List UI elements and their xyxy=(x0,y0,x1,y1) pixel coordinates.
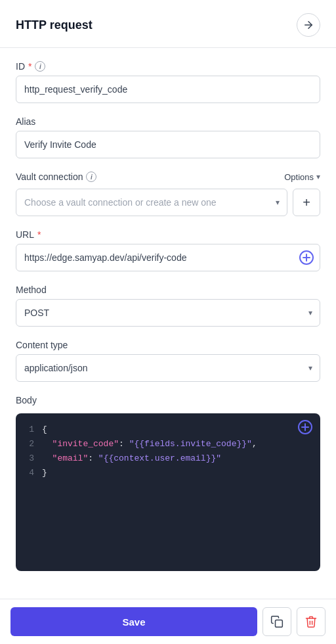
method-select-wrapper: GET POST PUT PATCH DELETE ▾ xyxy=(16,299,320,327)
footer: Save xyxy=(0,599,336,644)
duplicate-icon xyxy=(270,615,284,628)
vault-add-button[interactable]: + xyxy=(293,189,320,216)
method-label: Method xyxy=(16,285,320,295)
code-line-3: 3 "email": "{{context.user.email}}" xyxy=(26,451,310,466)
code-line-4: 4 } xyxy=(26,466,310,480)
url-plus-icon[interactable] xyxy=(299,250,314,265)
url-input[interactable] xyxy=(16,244,320,271)
alias-input[interactable] xyxy=(16,131,320,158)
duplicate-button[interactable] xyxy=(262,607,291,636)
alias-label: Alias xyxy=(16,116,320,127)
form-content: ID * i Alias Vault connection i Options … xyxy=(0,48,336,584)
vault-info-icon[interactable]: i xyxy=(86,172,96,182)
vault-label-group: Vault connection i xyxy=(16,172,96,182)
chevron-down-icon: ▾ xyxy=(316,172,320,181)
content-type-label: Content type xyxy=(16,340,320,350)
id-field-group: ID * i xyxy=(16,61,320,103)
vault-select[interactable]: Choose a vault connection or create a ne… xyxy=(16,189,287,216)
code-line-1: 1 { xyxy=(26,423,310,437)
vault-input-row: Choose a vault connection or create a ne… xyxy=(16,189,320,216)
id-required-marker: * xyxy=(28,61,32,72)
save-button[interactable]: Save xyxy=(10,607,257,636)
arrow-right-icon xyxy=(303,19,314,31)
id-label: ID * i xyxy=(16,61,320,72)
vault-row: Vault connection i Options ▾ xyxy=(16,172,320,182)
url-label: URL * xyxy=(16,229,320,240)
body-code-editor[interactable]: 1 { 2 "invite_code": "{{fields.invite_co… xyxy=(16,413,320,571)
vault-connection-field-group: Vault connection i Options ▾ Choose a va… xyxy=(16,172,320,216)
method-select[interactable]: GET POST PUT PATCH DELETE xyxy=(16,299,320,327)
body-plus-icon[interactable] xyxy=(298,420,312,434)
url-input-wrapper xyxy=(16,244,320,271)
header: HTTP request xyxy=(0,0,336,48)
alias-field-group: Alias xyxy=(16,116,320,158)
vault-select-wrapper: Choose a vault connection or create a ne… xyxy=(16,189,287,216)
vault-label: Vault connection xyxy=(16,172,83,182)
options-button[interactable]: Options ▾ xyxy=(284,172,320,182)
id-input[interactable] xyxy=(16,76,320,103)
svg-rect-5 xyxy=(276,620,283,628)
content-type-wrapper: application/json application/x-www-form-… xyxy=(16,354,320,382)
id-info-icon[interactable]: i xyxy=(35,61,45,72)
close-button[interactable] xyxy=(297,13,320,37)
method-field-group: Method GET POST PUT PATCH DELETE ▾ xyxy=(16,285,320,327)
url-required-marker: * xyxy=(37,229,41,240)
url-field-group: URL * xyxy=(16,229,320,271)
content-type-select[interactable]: application/json application/x-www-form-… xyxy=(16,354,320,382)
content-type-field-group: Content type application/json applicatio… xyxy=(16,340,320,382)
body-field-group: Body 1 { 2 "invite_code": "{{fields.invi… xyxy=(16,395,320,571)
delete-button[interactable] xyxy=(297,607,326,636)
trash-icon xyxy=(304,615,318,628)
code-line-2: 2 "invite_code": "{{fields.invite_code}}… xyxy=(26,437,310,451)
body-label: Body xyxy=(16,395,320,405)
page-title: HTTP request xyxy=(16,18,93,32)
